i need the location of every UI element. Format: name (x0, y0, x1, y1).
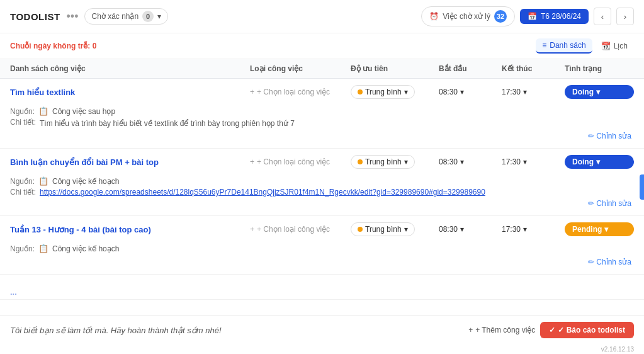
task-2-source: Nguồn: 📋 Công việc kế hoạch (10, 176, 634, 186)
task-3-priority[interactable]: Trung bình ▾ (351, 222, 415, 236)
task-2-type[interactable]: + + Chọn loại công việc (250, 157, 351, 166)
date-label: T6 28/06/24 (541, 12, 581, 21)
nav-next[interactable]: › (616, 8, 634, 25)
check-icon: ✓ (549, 326, 555, 334)
task-1-desc: Chi tiết: Tìm hiểu và trình bày hiểu biế… (10, 118, 634, 129)
processing-btn[interactable]: ⏰ Việc chờ xử lý 32 (421, 6, 515, 26)
task-2-link[interactable]: https://docs.google.com/spreadsheets/d/1… (40, 188, 485, 197)
task-2-priority[interactable]: Trung bình ▾ (351, 155, 415, 169)
task-1-type[interactable]: + + Chọn loại công việc (250, 88, 351, 96)
priority-dot (358, 227, 363, 232)
plus-icon: + (468, 326, 473, 334)
task-3-source: Nguồn: 📋 Công việc kế hoạch (10, 244, 634, 253)
pending-badge[interactable]: Chờ xác nhận 0 ▾ (84, 8, 168, 25)
task-1-start[interactable]: 08:30 ▾ (439, 88, 502, 96)
col-start: Bắt đầu (439, 64, 502, 73)
task-2-name[interactable]: Bình luận chuyển đổi bài PM + bài top (10, 157, 250, 167)
source-icon: 📋 (38, 106, 48, 116)
task-1-end[interactable]: 17:30 ▾ (502, 88, 565, 96)
add-task-btn[interactable]: + + Thêm công việc (468, 326, 535, 334)
task-1-name[interactable]: Tìm hiểu textlink (10, 88, 250, 97)
calendar-icon: 📅 (528, 12, 537, 21)
task-2-status[interactable]: Doing ▾ (565, 155, 634, 169)
task-2-desc: Chi tiết: https://docs.google.com/spread… (10, 188, 634, 197)
task-row-3: Tuần 13 - Hương - 4 bài (bài top cao) + … (0, 216, 644, 275)
view-toggle: ≡ Danh sách 📆 Lịch (536, 38, 634, 54)
plus-icon: + (250, 157, 254, 166)
col-status: Tình trạng (565, 64, 634, 73)
pending-count: 0 (142, 11, 154, 22)
task-2-start[interactable]: 08:30 ▾ (439, 157, 502, 166)
view-calendar-label: Lịch (614, 42, 628, 50)
chevron-down-icon: ▾ (404, 157, 408, 166)
task-3-type[interactable]: + + Chọn loại công việc (250, 225, 351, 234)
header-dots[interactable]: ••• (67, 10, 79, 23)
pending-chevron: ▾ (157, 12, 161, 21)
priority-dot (358, 89, 363, 94)
view-list-btn[interactable]: ≡ Danh sách (536, 38, 592, 54)
chevron-down-icon: ▾ (523, 157, 527, 166)
view-calendar-btn[interactable]: 📆 Lịch (595, 39, 634, 53)
task-3-end[interactable]: 17:30 ▾ (502, 225, 565, 234)
task-1-status[interactable]: Doing ▾ (565, 85, 634, 99)
scroll-indicator[interactable] (640, 174, 644, 200)
chevron-down-icon: ▾ (596, 88, 600, 96)
report-btn[interactable]: ✓ ✓ Báo cáo todolist (540, 322, 634, 338)
table-header: Danh sách công việc Loại công việc Độ ưu… (0, 59, 644, 79)
chevron-down-icon: ▾ (523, 88, 527, 96)
late-count-container: Chuỗi ngày không trễ: 0 (10, 42, 96, 50)
late-label: Chuỗi ngày không trễ: (10, 42, 90, 50)
task-1-source: Nguồn: 📋 Công việc sau họp (10, 106, 634, 116)
chevron-down-icon: ▾ (404, 225, 408, 234)
col-priority: Độ ưu tiên (351, 64, 439, 73)
plus-icon: + (250, 225, 254, 234)
task-3-status[interactable]: Pending ▾ (565, 222, 634, 236)
list-icon: ≡ (542, 41, 546, 50)
motivation-text: Tôi biết bạn sẽ làm tốt mà. Hãy hoàn thà… (10, 326, 222, 335)
source-icon: 📋 (38, 244, 48, 253)
chevron-down-icon: ▾ (604, 225, 608, 234)
calendar-view-icon: 📆 (601, 42, 611, 50)
late-value: 0 (93, 42, 97, 50)
col-task: Danh sách công việc (10, 64, 250, 73)
task-2-end[interactable]: 17:30 ▾ (502, 157, 565, 166)
version-label: v2.16.12.13 (0, 345, 644, 354)
task-4-partial: ... (10, 287, 17, 297)
bottom-actions: + + Thêm công việc ✓ ✓ Báo cáo todolist (468, 322, 634, 338)
chevron-down-icon: ▾ (460, 157, 464, 166)
task-3-start[interactable]: 08:30 ▾ (439, 225, 502, 234)
chevron-down-icon: ▾ (460, 225, 464, 234)
view-list-label: Danh sách (550, 41, 585, 50)
app-title: TODOLIST (10, 11, 60, 22)
task-row-1: Tìm hiểu textlink + + Chọn loại công việ… (0, 79, 644, 149)
chevron-down-icon: ▾ (596, 157, 600, 166)
task-3-name[interactable]: Tuần 13 - Hương - 4 bài (bài top cao) (10, 225, 250, 234)
task-2-edit[interactable]: ✏ Chỉnh sửa (588, 197, 631, 212)
header-right: ⏰ Việc chờ xử lý 32 📅 T6 28/06/24 ‹ › (421, 6, 634, 26)
priority-dot (358, 159, 363, 164)
pending-label: Chờ xác nhận (91, 12, 138, 21)
nav-prev[interactable]: ‹ (594, 8, 611, 25)
date-btn[interactable]: 📅 T6 28/06/24 (520, 9, 589, 24)
processing-count: 32 (494, 10, 507, 23)
alarm-icon: ⏰ (429, 12, 439, 21)
chevron-down-icon: ▾ (460, 88, 464, 96)
task-1-priority[interactable]: Trung bình ▾ (351, 85, 415, 99)
chevron-down-icon: ▾ (404, 88, 408, 96)
chevron-down-icon: ▾ (523, 225, 527, 234)
bottom-bar: Tôi biết bạn sẽ làm tốt mà. Hãy hoàn thà… (0, 315, 644, 345)
col-end: Kết thúc (502, 64, 565, 73)
plus-icon: + (250, 88, 254, 96)
task-1-edit[interactable]: ✏ Chỉnh sửa (588, 129, 631, 144)
task-row-4-partial: ... (0, 275, 644, 300)
processing-label: Việc chờ xử lý (443, 12, 490, 21)
source-icon: 📋 (38, 176, 48, 186)
task-3-edit[interactable]: ✏ Chỉnh sửa (588, 255, 631, 270)
header-left: TODOLIST ••• Chờ xác nhận 0 ▾ (10, 8, 168, 25)
col-type: Loại công việc (250, 64, 351, 73)
task-row-2: Bình luận chuyển đổi bài PM + bài top + … (0, 149, 644, 216)
